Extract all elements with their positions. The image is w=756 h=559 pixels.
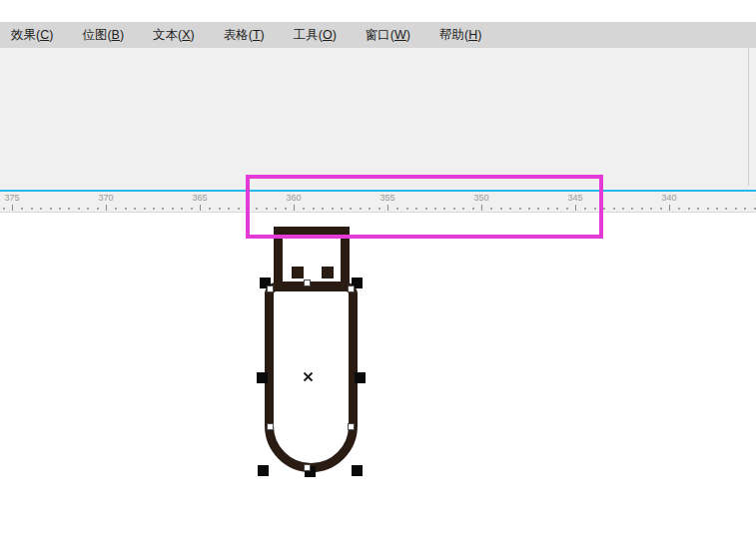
- ruler-minor-tick: [500, 208, 502, 210]
- ruler-minor-tick: [631, 208, 633, 210]
- ruler-major-tick: [294, 205, 295, 211]
- ruler-minor-tick: [144, 208, 146, 210]
- drawing-canvas[interactable]: [0, 213, 756, 559]
- usb-connector-shape[interactable]: [274, 227, 350, 290]
- ruler-major-tick: [575, 205, 576, 211]
- ruler-minor-tick: [59, 208, 61, 210]
- ruler-minor-tick: [369, 208, 371, 210]
- ruler-minor-tick: [735, 208, 737, 210]
- ruler-minor-tick: [191, 208, 193, 210]
- ruler-minor-tick: [341, 208, 343, 210]
- ruler-minor-tick: [556, 208, 558, 210]
- ruler-minor-tick: [716, 208, 718, 210]
- ruler-minor-tick: [754, 208, 756, 210]
- ruler-minor-tick: [256, 208, 258, 210]
- ruler-minor-tick: [725, 208, 727, 210]
- ruler-minor-tick: [660, 208, 662, 210]
- ruler-minor-tick: [350, 208, 352, 210]
- ruler-minor-tick: [622, 208, 624, 210]
- selection-handle-mid-right[interactable]: [355, 372, 366, 383]
- menu-item-window[interactable]: 窗口(W): [358, 27, 418, 44]
- ruler-label: 335: [751, 193, 756, 203]
- ruler-minor-tick: [332, 208, 334, 210]
- ruler-minor-tick: [134, 208, 136, 210]
- ruler-major-tick: [200, 205, 201, 211]
- ruler-label: 370: [94, 193, 118, 203]
- toolbar-right-divider: [748, 48, 749, 186]
- ruler-minor-tick: [238, 208, 240, 210]
- ruler-label: 365: [188, 193, 212, 203]
- ruler-minor-tick: [406, 208, 408, 210]
- ruler-minor-tick: [303, 208, 305, 210]
- ruler-minor-tick: [275, 208, 277, 210]
- ruler-minor-tick: [453, 208, 455, 210]
- corner-node[interactable]: [348, 423, 355, 430]
- ruler-minor-tick: [97, 208, 99, 210]
- ruler-minor-tick: [584, 208, 586, 210]
- ruler-minor-tick: [162, 208, 164, 210]
- ruler-guide-line: [0, 190, 756, 192]
- ruler-label: 345: [563, 193, 587, 203]
- object-center-marker[interactable]: [303, 371, 314, 382]
- menu-item-table[interactable]: 表格(T): [216, 27, 273, 44]
- ruler-minor-tick: [360, 208, 362, 210]
- menu-item-tools[interactable]: 工具(O): [286, 27, 345, 44]
- ruler-minor-tick: [378, 208, 380, 210]
- ruler-minor-tick: [3, 208, 5, 210]
- ruler-minor-tick: [87, 208, 89, 210]
- ruler-minor-tick: [219, 208, 221, 210]
- ruler-minor-tick: [707, 208, 709, 210]
- ruler-minor-tick: [125, 208, 127, 210]
- ruler-major-tick: [481, 205, 482, 211]
- ruler-minor-tick: [78, 208, 80, 210]
- ruler-minor-tick: [697, 208, 699, 210]
- corner-node[interactable]: [267, 423, 274, 430]
- corner-node[interactable]: [304, 464, 311, 471]
- ruler-minor-tick: [744, 208, 746, 210]
- ruler-major-tick: [669, 205, 670, 211]
- menu-item-bitmaps[interactable]: 位图(B): [74, 27, 132, 44]
- ruler-minor-tick: [115, 208, 117, 210]
- property-bar: %% 0.0 0.0 mm: [0, 92, 756, 140]
- ruler-minor-tick: [519, 208, 521, 210]
- ruler-minor-tick: [68, 208, 70, 210]
- ruler-minor-tick: [181, 208, 183, 210]
- corner-node[interactable]: [267, 285, 274, 292]
- menu-item-text[interactable]: 文本(X): [145, 27, 203, 44]
- ruler-minor-tick: [322, 208, 324, 210]
- ruler-minor-tick: [285, 208, 287, 210]
- ruler-label: 355: [376, 193, 399, 203]
- ruler-minor-tick: [462, 208, 464, 210]
- usb-connector-hole-left[interactable]: [292, 267, 304, 279]
- ruler-minor-tick: [31, 208, 33, 210]
- selection-handle-bottom-left[interactable]: [258, 465, 269, 476]
- ruler-minor-tick: [21, 208, 23, 210]
- ruler-label: 375: [0, 193, 24, 203]
- ruler-minor-tick: [472, 208, 474, 210]
- selection-handle-mid-left[interactable]: [257, 372, 268, 383]
- ruler-minor-tick: [490, 208, 492, 210]
- corner-node[interactable]: [348, 285, 355, 292]
- corner-node[interactable]: [304, 280, 311, 286]
- ruler-minor-tick: [688, 208, 690, 210]
- menu-item-help[interactable]: 帮助(H): [431, 27, 489, 44]
- selection-handle-bottom-right[interactable]: [352, 465, 363, 476]
- text-bar: A 5.0 mm 5.0 mm: [0, 140, 756, 186]
- horizontal-ruler[interactable]: 375370365360355350345340335: [0, 186, 756, 213]
- ruler-minor-tick: [509, 208, 511, 210]
- menu-item-effects[interactable]: 效果(C): [3, 27, 61, 44]
- ruler-label: 340: [657, 193, 681, 203]
- ruler-major-tick: [12, 205, 13, 211]
- ruler-minor-tick: [209, 208, 211, 210]
- ruler-minor-tick: [172, 208, 174, 210]
- ruler-label: 360: [282, 193, 306, 203]
- ruler-minor-tick: [528, 208, 530, 210]
- ruler-minor-tick: [613, 208, 615, 210]
- menu-bar: 效果(C) 位图(B) 文本(X) 表格(T) 工具(O) 窗口(W) 帮助(H…: [0, 22, 756, 48]
- ruler-minor-tick: [396, 208, 398, 210]
- ruler-minor-tick: [678, 208, 680, 210]
- ruler-label: 350: [469, 193, 493, 203]
- ruler-minor-tick: [547, 208, 549, 210]
- ruler-minor-tick: [425, 208, 427, 210]
- usb-connector-hole-right[interactable]: [322, 267, 334, 279]
